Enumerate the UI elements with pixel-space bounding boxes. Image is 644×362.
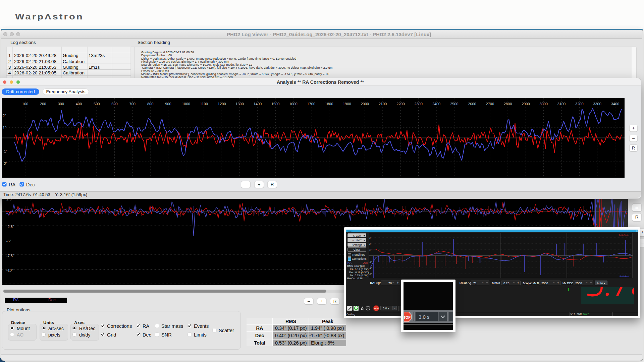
svg-text:-2": -2" [3, 162, 7, 166]
svg-text:2300: 2300 [414, 102, 422, 106]
svg-text:0.40" (0.20 px): 0.40" (0.20 px) [275, 333, 307, 338]
svg-text:2800: 2800 [504, 102, 512, 106]
svg-text:3100: 3100 [557, 102, 566, 106]
svg-text:2700: 2700 [486, 102, 494, 106]
svg-text:1500: 1500 [271, 102, 279, 106]
svg-text:Peak: Peak [322, 319, 334, 324]
svg-text:-1": -1" [369, 261, 372, 263]
svg-text:500: 500 [94, 102, 100, 106]
svg-text:-2": -2" [369, 267, 372, 269]
svg-text:700: 700 [129, 102, 136, 106]
svg-text:3000: 3000 [539, 102, 547, 106]
svg-text:2400: 2400 [432, 102, 440, 106]
svg-text:0.53" (0.26 px): 0.53" (0.26 px) [275, 340, 307, 346]
svg-text:-1.76" (-0.88 px): -1.76" (-0.88 px) [309, 333, 344, 338]
svg-text:1000: 1000 [182, 102, 190, 106]
svg-text:Dec: Dec [255, 333, 264, 338]
svg-text:300: 300 [58, 102, 64, 106]
svg-text:-2.5": -2.5" [6, 225, 14, 229]
svg-text:2": 2" [369, 243, 372, 245]
svg-text:1100: 1100 [200, 102, 208, 106]
svg-text:STOP: STOP [404, 315, 411, 319]
svg-text:2500: 2500 [450, 102, 458, 106]
svg-text:-10": -10" [6, 268, 13, 272]
svg-text:STOP: STOP [374, 307, 379, 309]
svg-text:1": 1" [3, 126, 6, 130]
svg-text:3400: 3400 [611, 102, 619, 106]
svg-text:2": 2" [3, 114, 6, 118]
svg-text:RMS: RMS [285, 319, 297, 324]
svg-text:0.34" (0.17 px): 0.34" (0.17 px) [275, 325, 307, 331]
svg-text:2100: 2100 [379, 102, 387, 106]
svg-text:1700: 1700 [307, 102, 315, 106]
svg-text:600: 600 [111, 102, 117, 106]
svg-text:1.94" ( 0.98 px): 1.94" ( 0.98 px) [311, 325, 344, 331]
svg-text:1300: 1300 [235, 102, 244, 106]
svg-text:-1": -1" [3, 149, 7, 154]
svg-text:200: 200 [40, 102, 46, 106]
svg-text:400: 400 [76, 102, 82, 106]
svg-text:Total: Total [254, 340, 265, 346]
svg-text:100: 100 [22, 102, 28, 106]
svg-text:2900: 2900 [522, 102, 530, 106]
svg-text:2200: 2200 [396, 102, 405, 106]
svg-text:2000: 2000 [361, 102, 369, 106]
svg-text:GuideEast: GuideEast [620, 275, 629, 277]
svg-text:-5": -5" [6, 239, 11, 243]
svg-text:Elong.: 6%: Elong.: 6% [311, 340, 334, 346]
svg-text:1900: 1900 [343, 102, 351, 106]
svg-text:3": 3" [369, 237, 372, 239]
svg-text:3200: 3200 [575, 102, 583, 106]
svg-text:800: 800 [147, 102, 153, 106]
svg-text:-7.5": -7.5" [6, 254, 14, 258]
svg-text:GuideNorth: GuideNorth [619, 234, 629, 236]
svg-text:1800: 1800 [325, 102, 333, 106]
svg-text:3300: 3300 [593, 102, 601, 106]
svg-text:1600: 1600 [289, 102, 297, 106]
svg-text:2600: 2600 [468, 102, 476, 106]
svg-text:RA: RA [256, 325, 263, 331]
svg-text:1400: 1400 [254, 102, 262, 106]
svg-text:900: 900 [165, 102, 171, 106]
svg-text:1200: 1200 [218, 102, 226, 106]
svg-text:-3": -3" [369, 273, 372, 275]
